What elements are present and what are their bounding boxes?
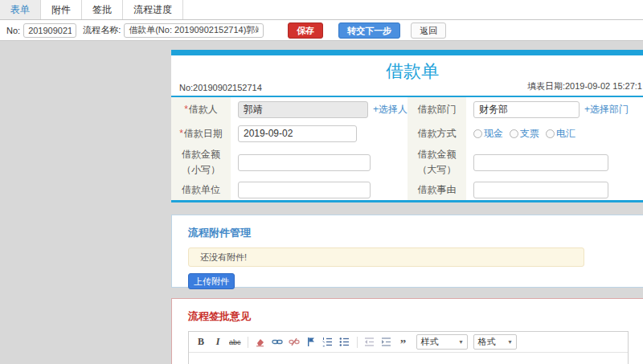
- attachments-header: 流程附件管理: [188, 226, 643, 240]
- form-table: *借款人 +选择人员 借款部门 +选择部门 *借款日期 借款方式: [171, 97, 643, 200]
- borrower-input[interactable]: [238, 101, 368, 118]
- radio-cheque[interactable]: 支票: [510, 127, 539, 141]
- reason-cell: [466, 179, 643, 200]
- editor-content-area[interactable]: [189, 353, 628, 364]
- divider: [171, 200, 643, 202]
- outdent-icon[interactable]: [362, 335, 377, 350]
- tab-bar: 表单 附件 签批 流程进度: [0, 0, 643, 20]
- process-name-input[interactable]: [124, 23, 264, 38]
- approval-panel: 流程签批意见 B I abc: [171, 298, 643, 364]
- no-label: No:: [6, 26, 20, 35]
- toolbar: No: 流程名称: 保存 转交下一步 返回: [0, 20, 643, 41]
- radio-icon[interactable]: [510, 129, 518, 138]
- reason-input[interactable]: [473, 182, 608, 198]
- department-input[interactable]: [473, 101, 580, 118]
- app-root: 表单 附件 签批 流程进度 No: 流程名称: 保存 转交下一步 返回 借款单 …: [0, 0, 643, 364]
- loan-form-panel: 借款单 No:20190902152714 填表日期:2019-09-02 15…: [171, 50, 643, 202]
- amount-small-label: 借款金额（小写）: [171, 145, 231, 179]
- chevron-down-icon: ▾: [509, 338, 512, 346]
- styles-dropdown[interactable]: 样式 ▾: [416, 334, 468, 350]
- borrower-cell: +选择人员: [231, 97, 408, 121]
- approval-header: 流程签批意见: [188, 309, 643, 324]
- required-asterisk: *: [184, 104, 188, 115]
- radio-cash[interactable]: 现金: [473, 127, 503, 141]
- method-label: 借款方式: [408, 121, 466, 145]
- strikethrough-button[interactable]: abc: [227, 335, 243, 350]
- indent-icon[interactable]: [379, 335, 394, 350]
- no-input[interactable]: [23, 23, 76, 38]
- toolbar-separator: [248, 337, 248, 348]
- tab-attachment[interactable]: 附件: [41, 0, 82, 19]
- radio-icon[interactable]: [546, 129, 555, 138]
- loan-date-cell: [231, 121, 408, 145]
- reason-label: 借款事由: [408, 179, 466, 200]
- department-label: 借款部门: [408, 97, 466, 121]
- bullet-list-icon[interactable]: [338, 335, 352, 350]
- amount-big-input[interactable]: [473, 154, 608, 171]
- toolbar-separator: [357, 337, 358, 348]
- next-step-button[interactable]: 转交下一步: [338, 22, 400, 39]
- panel-accent-bar: [171, 50, 643, 55]
- chevron-down-icon: ▾: [460, 338, 463, 346]
- tab-approval[interactable]: 签批: [82, 0, 123, 19]
- radio-icon[interactable]: [473, 129, 482, 138]
- tab-form[interactable]: 表单: [0, 0, 41, 19]
- save-button[interactable]: 保存: [288, 22, 323, 39]
- unit-label: 借款单位: [171, 179, 231, 200]
- radio-wire[interactable]: 电汇: [546, 127, 575, 141]
- loan-date-label: *借款日期: [171, 121, 231, 145]
- amount-big-label: 借款金额（大写）: [408, 145, 466, 179]
- form-title: 借款单: [171, 55, 643, 81]
- doc-number: No:20190902152714: [179, 83, 262, 92]
- anchor-flag-icon[interactable]: [304, 335, 318, 350]
- method-radio-group: 现金 支票 电汇: [473, 127, 575, 141]
- upload-attachment-button[interactable]: 上传附件: [188, 273, 235, 289]
- rich-text-editor: B I abc: [188, 331, 629, 364]
- amount-small-cell: [231, 145, 408, 179]
- department-cell: +选择部门: [466, 97, 643, 121]
- remove-format-icon[interactable]: [253, 335, 268, 350]
- numbered-list-icon[interactable]: [321, 335, 335, 350]
- loan-date-input[interactable]: [238, 125, 357, 142]
- editor-toolbar: B I abc: [189, 332, 628, 353]
- bold-button[interactable]: B: [194, 335, 208, 350]
- borrower-label: *借款人: [171, 97, 231, 121]
- unlink-icon[interactable]: [287, 335, 301, 350]
- amount-big-cell: [466, 145, 643, 179]
- attachments-panel: 流程附件管理 还没有附件! 上传附件: [171, 215, 643, 288]
- required-asterisk: *: [179, 128, 183, 139]
- process-name-label: 流程名称:: [83, 24, 121, 36]
- blockquote-button[interactable]: ”: [396, 335, 411, 350]
- italic-button[interactable]: I: [211, 335, 225, 350]
- unit-cell: [231, 179, 408, 200]
- tab-progress[interactable]: 流程进度: [123, 0, 183, 19]
- back-button[interactable]: 返回: [411, 22, 446, 39]
- unit-input[interactable]: [238, 182, 371, 198]
- amount-small-input[interactable]: [238, 154, 371, 171]
- format-dropdown[interactable]: 格式 ▾: [473, 334, 517, 350]
- fill-date: 填表日期:2019-09-02 15:27:1: [527, 80, 642, 92]
- method-cell: 现金 支票 电汇: [466, 121, 643, 145]
- select-department-link[interactable]: +选择部门: [584, 103, 629, 117]
- link-icon[interactable]: [270, 335, 285, 350]
- no-attachments-alert: 还没有附件!: [188, 247, 584, 267]
